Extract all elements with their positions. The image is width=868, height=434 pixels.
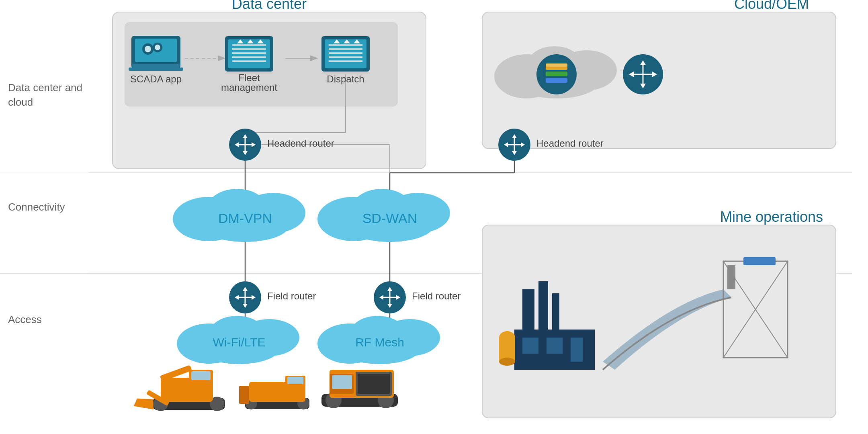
svg-rect-68 — [325, 39, 366, 68]
svg-line-136 — [723, 261, 788, 358]
left-labels: Data center and cloud Connectivity Acces… — [0, 0, 88, 434]
svg-marker-74 — [334, 39, 340, 43]
svg-point-37 — [317, 323, 382, 364]
svg-point-53 — [145, 46, 151, 52]
svg-rect-146 — [160, 365, 192, 381]
svg-rect-57 — [225, 36, 273, 72]
svg-rect-50 — [132, 36, 180, 64]
svg-marker-103 — [252, 295, 256, 300]
svg-point-27 — [317, 197, 390, 241]
svg-rect-161 — [332, 375, 352, 389]
svg-text:Field router: Field router — [412, 291, 461, 301]
svg-point-30 — [346, 208, 434, 242]
svg-point-158 — [378, 392, 394, 408]
svg-rect-116 — [546, 78, 567, 83]
svg-rect-154 — [287, 377, 303, 384]
svg-rect-5 — [125, 22, 398, 106]
svg-rect-155 — [239, 386, 249, 404]
svg-marker-102 — [235, 295, 239, 300]
svg-point-113 — [536, 54, 577, 94]
svg-rect-58 — [228, 39, 270, 68]
svg-rect-163 — [358, 374, 390, 394]
svg-text:management: management — [221, 82, 277, 93]
svg-point-134 — [499, 358, 515, 366]
svg-rect-114 — [546, 65, 567, 70]
svg-rect-127 — [552, 293, 559, 338]
svg-point-43 — [526, 46, 583, 86]
svg-marker-66 — [257, 39, 264, 43]
svg-marker-84 — [243, 134, 248, 138]
svg-marker-122 — [640, 84, 646, 88]
svg-text:Dispatch: Dispatch — [327, 74, 364, 84]
svg-text:Headend router: Headend router — [267, 138, 334, 149]
svg-marker-93 — [512, 151, 517, 155]
svg-marker-121 — [640, 60, 646, 65]
svg-text:Headend router: Headend router — [536, 138, 604, 149]
svg-rect-139 — [743, 257, 776, 265]
svg-rect-153 — [285, 376, 305, 386]
svg-text:DM-VPN: DM-VPN — [218, 211, 272, 226]
svg-point-29 — [386, 193, 450, 233]
svg-rect-162 — [356, 372, 392, 396]
svg-marker-108 — [387, 287, 392, 291]
svg-marker-111 — [396, 295, 400, 300]
main-container: Data center and cloud Connectivity Acces… — [0, 0, 868, 434]
svg-marker-85 — [243, 151, 248, 155]
svg-rect-135 — [723, 261, 788, 358]
svg-rect-128 — [514, 330, 595, 370]
svg-point-28 — [352, 189, 412, 229]
svg-rect-133 — [499, 338, 515, 362]
svg-rect-159 — [330, 370, 394, 398]
svg-point-118 — [623, 54, 663, 94]
svg-point-42 — [494, 54, 559, 98]
svg-point-150 — [245, 397, 257, 409]
svg-marker-109 — [387, 304, 392, 308]
svg-rect-49 — [132, 36, 180, 68]
svg-point-89 — [498, 129, 530, 161]
svg-rect-115 — [546, 72, 567, 76]
svg-rect-140 — [153, 398, 225, 410]
svg-marker-64 — [237, 39, 244, 43]
svg-marker-148 — [134, 396, 156, 409]
svg-point-81 — [229, 129, 261, 161]
svg-text:Field router: Field router — [267, 291, 316, 301]
svg-point-55 — [155, 45, 160, 50]
svg-point-38 — [350, 316, 406, 353]
label-connectivity: Connectivity — [8, 201, 65, 213]
svg-marker-87 — [252, 142, 256, 147]
svg-point-151 — [297, 397, 309, 409]
svg-rect-51 — [135, 39, 177, 62]
svg-rect-138 — [727, 265, 735, 289]
svg-rect-117 — [546, 63, 567, 67]
svg-rect-125 — [522, 289, 534, 338]
svg-point-22 — [173, 197, 245, 241]
svg-rect-149 — [245, 398, 309, 409]
svg-marker-101 — [243, 304, 248, 308]
svg-rect-126 — [538, 281, 548, 338]
svg-text:Wi-Fi/LTE: Wi-Fi/LTE — [213, 336, 265, 349]
svg-text:Data center: Data center — [232, 0, 307, 12]
svg-point-35 — [199, 334, 279, 364]
svg-rect-3 — [482, 12, 836, 149]
svg-line-137 — [723, 261, 788, 358]
svg-marker-76 — [354, 39, 360, 43]
svg-rect-67 — [321, 36, 370, 72]
svg-rect-2 — [113, 12, 426, 169]
svg-point-105 — [374, 281, 406, 313]
label-access: Access — [8, 313, 42, 326]
svg-point-33 — [209, 316, 265, 353]
svg-point-52 — [142, 43, 154, 55]
svg-text:Mine operations: Mine operations — [720, 209, 823, 225]
svg-point-45 — [514, 66, 599, 98]
svg-point-39 — [380, 319, 440, 356]
svg-rect-152 — [249, 382, 305, 402]
svg-point-142 — [210, 397, 224, 411]
svg-point-157 — [326, 392, 342, 408]
svg-rect-145 — [191, 371, 211, 380]
svg-marker-65 — [247, 39, 254, 43]
svg-marker-75 — [344, 39, 350, 43]
svg-rect-147 — [146, 390, 170, 406]
diagram-area: DM-VPN SD-WAN Wi-Fi/LTE RF Mesh — [88, 0, 868, 434]
svg-marker-86 — [235, 142, 239, 147]
svg-text:RF Mesh: RF Mesh — [355, 336, 404, 349]
